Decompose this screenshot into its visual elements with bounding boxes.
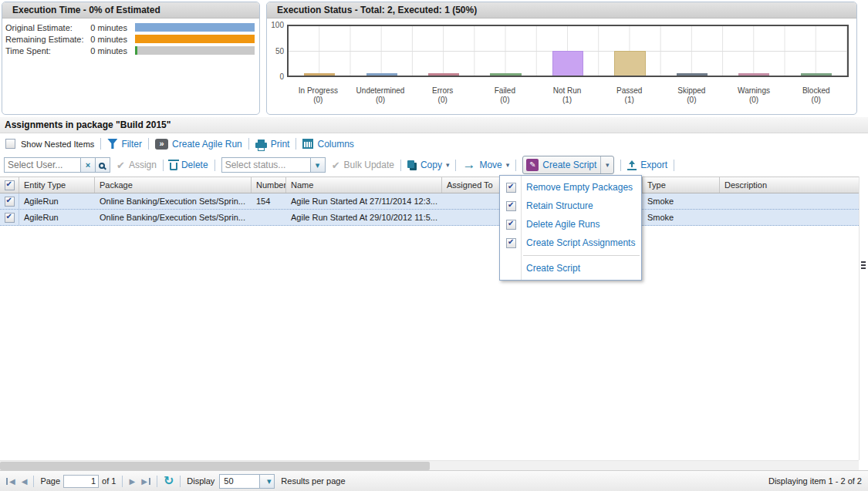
copy-button[interactable]: Copy ▾ [407,160,450,170]
column-header-package[interactable]: Package [95,177,252,193]
time-stat-label: Original Estimate: [5,23,90,32]
chevron-down-icon: ▾ [606,161,610,169]
filter-button[interactable]: Filter [107,139,142,150]
row-checkbox[interactable] [5,197,15,207]
menu-item-checkbox[interactable] [506,238,516,248]
table-row[interactable]: AgileRunOnline Banking/Execution Sets/Sp… [0,210,859,226]
separator [33,476,34,487]
time-stat-row: Remaining Estimate:0 minutes [5,33,256,45]
chart-bar-cell [413,26,475,76]
menu-item-create-script-assignments[interactable]: Create Script Assignments [500,234,641,252]
menu-separator [523,255,640,256]
select-all-checkbox[interactable] [5,180,15,190]
chart-category-label: Blocked(0) [785,86,847,105]
check-icon: ✔ [332,160,340,170]
delete-button[interactable]: Delete [170,160,208,170]
chart-bar-cell [475,26,536,76]
row-select-cell [0,193,19,209]
prev-page-button[interactable]: ◀ [22,477,28,486]
horizontal-scrollbar[interactable] [0,460,859,470]
create-script-caret[interactable]: ▾ [600,156,613,173]
separator [296,138,296,150]
chart-bar [428,73,459,76]
chart-bar [614,51,645,76]
row-checkbox[interactable] [5,213,15,223]
refresh-icon[interactable]: ↻ [164,475,174,487]
chart-bar-cell [723,26,785,76]
chart-bar [366,73,397,76]
menu-item-create-script[interactable]: Create Script [500,259,641,277]
pencil-icon: ✎ [526,159,539,171]
move-button[interactable]: → Move ▾ [462,160,509,170]
chart-category-label: Failed(0) [474,86,536,105]
display-label: Display [187,476,214,486]
create-script-menu: Remove Empty PackagesRetain StructureDel… [499,175,642,281]
time-stat-label: Remaining Estimate: [5,35,90,44]
execution-time-title: Execution Time - 0% of Estimated [2,2,259,18]
column-header-type[interactable]: Type [643,177,720,193]
create-agile-run-button[interactable]: » Create Agile Run [155,139,242,150]
column-header-name[interactable]: Name [286,177,442,193]
columns-button[interactable]: Columns [302,139,353,150]
separator [122,476,123,487]
pagination-bar: ◀ ◀ Page of 1 ▶ ▶ ↻ Display 50 ▾ Results… [0,470,868,491]
assign-button[interactable]: ✔ Assign [117,160,157,170]
column-header-number[interactable]: Number [252,177,286,193]
create-script-button[interactable]: ✎ Create Script ▾ [522,156,614,174]
chart-category-label: Errors(0) [411,86,474,105]
results-per-page-label: Results per page [281,476,345,486]
chevron-down-icon: ▾ [446,161,450,169]
select-status-dropdown[interactable]: Select status... ▾ [221,157,326,173]
page-input[interactable] [63,475,99,488]
horizontal-scrollbar-thumb[interactable] [0,462,430,470]
separator [214,160,215,171]
separator [400,160,401,171]
first-page-button[interactable]: ◀ [6,477,15,486]
time-stat-bar-accent [135,46,137,55]
menu-item-label: Retain Structure [526,200,593,211]
separator [515,160,516,171]
select-user-input[interactable] [4,157,81,173]
row-select-cell [0,210,19,225]
app-root: Execution Time - 0% of Estimated Origina… [0,0,868,491]
menu-item-retain-structure[interactable]: Retain Structure [500,197,641,215]
separator [248,138,249,150]
print-button[interactable]: Print [255,139,290,150]
check-icon: ✔ [117,160,125,170]
menu-item-delete-agile-runs[interactable]: Delete Agile Runs [500,215,641,234]
menu-item-checkbox[interactable] [506,220,516,230]
execution-time-rows: Original Estimate:0 minutesRemaining Est… [2,18,259,56]
page-size-dropdown[interactable]: 50 ▾ [219,474,275,489]
table-row[interactable]: AgileRunOnline Banking/Execution Sets/Sp… [0,193,859,210]
cell-name: Agile Run Started At 27/11/2014 12:3... [286,197,442,206]
execution-status-panel: Execution Status - Total: 2, Executed: 1… [266,2,857,115]
chevron-down-icon: ▾ [506,161,510,169]
chart-bar-cell [350,26,412,76]
splitter-grip[interactable] [861,261,866,269]
table-body: AgileRunOnline Banking/Execution Sets/Sp… [0,193,859,226]
separator [620,160,621,171]
bulk-update-button[interactable]: ✔ Bulk Update [332,160,394,170]
clear-user-button[interactable]: × [81,157,96,173]
export-button[interactable]: Export [627,160,667,170]
chart-bar-cell [599,26,660,76]
displaying-status: Displaying item 1 - 2 of 2 [768,476,862,486]
assignments-table: Entity Type Package Number Name Assigned… [0,177,859,226]
time-stat-label: Time Spent: [5,46,90,55]
columns-icon [302,139,313,149]
menu-item-checkbox[interactable] [506,201,516,211]
chart-bar-cell [785,26,847,76]
show-nested-checkbox[interactable] [5,139,15,149]
table-header-row: Entity Type Package Number Name Assigned… [0,177,859,193]
menu-item-remove-empty-packages[interactable]: Remove Empty Packages [500,178,641,197]
time-stat-bar [135,23,255,32]
create-script-menu-items: Remove Empty PackagesRetain StructureDel… [500,178,641,252]
last-page-button[interactable]: ▶ [141,477,150,486]
column-header-description[interactable]: Description [720,177,859,193]
column-header-entity-type[interactable]: Entity Type [19,177,95,193]
chart-category-label: Skipped(0) [660,86,723,105]
next-page-button[interactable]: ▶ [129,477,135,486]
menu-item-checkbox[interactable] [506,183,516,193]
separator [163,160,164,171]
search-user-button[interactable] [96,157,110,173]
